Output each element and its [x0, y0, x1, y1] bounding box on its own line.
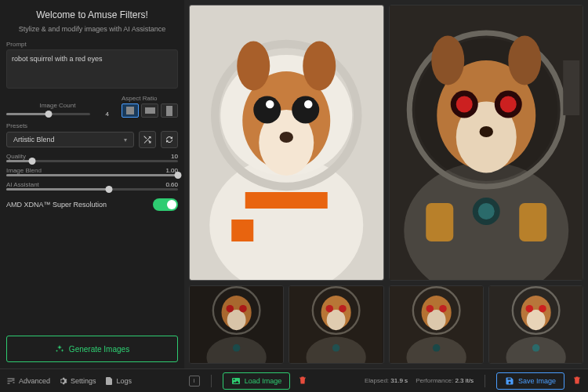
svg-point-64	[532, 344, 540, 352]
chevron-down-icon: ▾	[124, 136, 127, 143]
thumbnail-4[interactable]	[488, 285, 583, 364]
thumbnail-1[interactable]	[189, 285, 284, 364]
refresh-button[interactable]	[161, 131, 178, 148]
super-resolution-toggle[interactable]	[153, 198, 178, 211]
presets-label: Presets	[6, 122, 178, 129]
svg-point-45	[327, 310, 346, 330]
svg-point-55	[439, 305, 447, 313]
squirrel-robot-dark	[390, 5, 583, 280]
ai-assistant-slider[interactable]	[6, 188, 178, 191]
svg-point-27	[479, 126, 493, 137]
svg-point-29	[477, 203, 494, 220]
svg-point-26	[499, 96, 516, 113]
shuffle-button[interactable]	[139, 131, 156, 148]
sliders-icon	[6, 376, 16, 386]
result-image-preview[interactable]	[389, 5, 584, 281]
svg-point-53	[426, 310, 445, 330]
svg-point-10	[266, 100, 274, 109]
quality-value: 10	[164, 153, 178, 160]
elapsed-stat: Elapsed: 31.9 s	[365, 377, 408, 384]
settings-button[interactable]: Settings	[58, 376, 96, 386]
aspect-square-button[interactable]	[122, 103, 139, 118]
svg-point-8	[253, 96, 281, 124]
svg-rect-32	[563, 60, 579, 115]
generate-button[interactable]: Generate Images	[6, 336, 178, 362]
sparkle-icon	[55, 344, 64, 354]
svg-rect-30	[426, 203, 453, 241]
svg-point-47	[339, 305, 347, 313]
thumbnail-2[interactable]	[289, 285, 383, 364]
svg-rect-13	[245, 192, 328, 209]
image-count-label: Image Count	[6, 102, 109, 109]
svg-point-56	[432, 344, 440, 352]
svg-rect-14	[231, 220, 253, 241]
app-title: Welcome to Amuse Filters!	[6, 9, 178, 20]
thumbnail-strip	[189, 285, 583, 364]
svg-point-62	[525, 305, 533, 313]
svg-point-39	[239, 305, 247, 313]
ai-assistant-value: 0.60	[164, 181, 178, 188]
save-icon	[505, 376, 514, 386]
quality-label: Quality	[6, 153, 26, 160]
svg-point-12	[280, 132, 294, 143]
quality-slider[interactable]	[6, 160, 178, 162]
ai-assistant-label: AI Assistant	[6, 181, 39, 188]
content-area	[184, 0, 588, 368]
thumbnail-3[interactable]	[389, 285, 484, 364]
prompt-input[interactable]	[6, 49, 178, 89]
delete-source-button[interactable]	[298, 376, 307, 387]
svg-point-7	[303, 42, 336, 91]
save-image-button[interactable]: Save Image	[496, 372, 564, 390]
presets-dropdown[interactable]: Artistic Blend ▾	[6, 132, 134, 147]
svg-point-40	[233, 344, 241, 352]
svg-point-48	[332, 344, 340, 352]
svg-point-9	[292, 96, 319, 124]
svg-point-25	[456, 96, 472, 113]
document-icon	[104, 376, 114, 386]
sidebar: Welcome to Amuse Filters! Stylize & and …	[0, 0, 184, 368]
advanced-button[interactable]: Advanced	[6, 376, 50, 386]
svg-point-21	[431, 36, 464, 85]
gear-icon	[58, 376, 67, 386]
svg-point-61	[526, 310, 545, 330]
presets-value: Artistic Blend	[13, 136, 55, 143]
svg-point-38	[227, 305, 234, 313]
app-subtitle: Stylize & and modify images with AI Assi…	[6, 25, 178, 33]
svg-point-11	[304, 100, 313, 109]
image-blend-label: Image Blend	[6, 167, 42, 174]
aspect-tall-button[interactable]	[161, 103, 178, 118]
performance-stat: Performance: 2.3 it/s	[416, 377, 474, 384]
svg-point-37	[227, 310, 246, 330]
source-image-preview[interactable]	[189, 5, 384, 281]
info-button[interactable]: i	[189, 376, 200, 387]
generate-label: Generate Images	[69, 345, 129, 354]
image-count-slider[interactable]	[6, 113, 90, 115]
image-icon	[231, 376, 241, 386]
aspect-wide-button[interactable]	[141, 103, 158, 118]
svg-point-54	[426, 305, 434, 313]
svg-point-22	[508, 36, 541, 85]
logs-button[interactable]: Logs	[104, 376, 132, 386]
squirrel-astronaut-light	[190, 5, 383, 280]
svg-point-46	[326, 305, 334, 313]
svg-rect-31	[519, 203, 546, 241]
image-count-value: 4	[95, 111, 109, 118]
svg-point-6	[237, 42, 270, 91]
delete-result-button[interactable]	[572, 376, 582, 387]
svg-point-63	[539, 305, 546, 313]
footer: Advanced Settings Logs i Load Image Elap…	[0, 368, 588, 392]
prompt-label: Prompt	[6, 41, 178, 48]
load-image-button[interactable]: Load Image	[223, 372, 291, 390]
super-resolution-label: AMD XDNA™ Super Resolution	[6, 201, 107, 209]
image-blend-slider[interactable]	[6, 174, 178, 176]
aspect-ratio-label: Aspect Ratio	[122, 95, 157, 102]
